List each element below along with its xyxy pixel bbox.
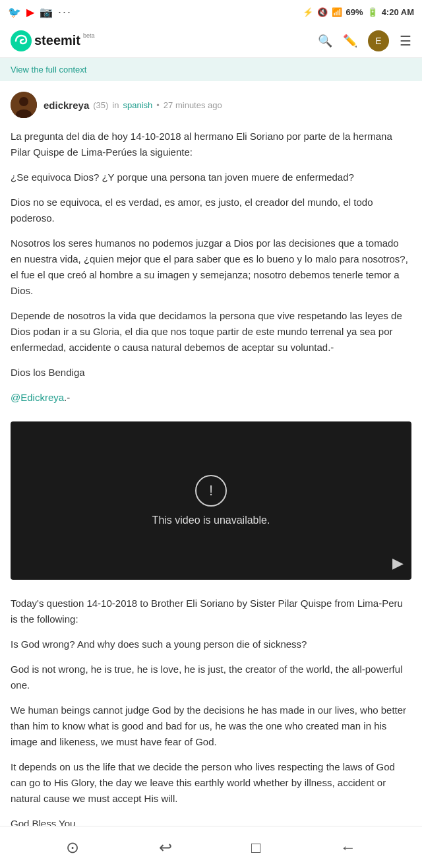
view-context-bar[interactable]: View the full context <box>0 58 422 81</box>
video-error-icon: ! <box>195 475 227 507</box>
search-icon[interactable]: 🔍 <box>318 34 332 48</box>
video-container[interactable]: ! This video is unavailable. ▶ <box>11 421 411 580</box>
english-para-2: Is God wrong? And why does such a young … <box>11 636 411 652</box>
avatar[interactable]: E <box>368 30 389 51</box>
avatar-image <box>11 92 37 118</box>
edit-icon[interactable]: ✏️ <box>343 34 357 48</box>
status-right: ⚡ 🔇 📶 69% 🔋 4:20 AM <box>303 7 414 17</box>
english-para-4: We human beings cannot judge God by the … <box>11 702 411 750</box>
time: 4:20 AM <box>382 7 414 17</box>
english-para-5: It depends on us the life that we decide… <box>11 759 411 807</box>
nav-right: 🔍 ✏️ E ☰ <box>318 30 411 51</box>
meta-tag[interactable]: spanish <box>123 100 152 110</box>
logo-area[interactable]: steemit beta <box>11 30 95 51</box>
android-recents-icon[interactable]: ↩ <box>159 838 172 857</box>
youtube-watermark-icon: ▶ <box>392 555 404 572</box>
meta-sep: • <box>156 100 160 110</box>
beta-badge: beta <box>83 32 95 39</box>
spanish-mention-link[interactable]: @Edickreya <box>11 392 64 403</box>
spanish-para-4: Nosotros los seres humanos no podemos ju… <box>11 235 411 299</box>
spanish-para-1: La pregunta del dia de hoy 14-10-2018 al… <box>11 129 411 160</box>
post-meta: edickreya (35) in spanish • 27 minutes a… <box>44 100 222 111</box>
svg-point-2 <box>19 97 28 106</box>
android-square-icon[interactable]: □ <box>251 838 261 857</box>
android-back-icon[interactable]: ← <box>340 838 356 857</box>
video-unavailable-overlay: ! This video is unavailable. <box>152 475 270 526</box>
author-rep: (35) <box>93 100 108 110</box>
hamburger-menu-icon[interactable]: ☰ <box>400 33 411 49</box>
more-apps-icon: ··· <box>58 5 72 19</box>
status-bar: 🐦 ▶ 📷 ··· ⚡ 🔇 📶 69% 🔋 4:20 AM <box>0 0 422 24</box>
english-para-3: God is not wrong, he is true, he is love… <box>11 662 411 693</box>
meta-time: 27 minutes ago <box>164 100 222 110</box>
volume-icon: 🔇 <box>317 7 328 17</box>
english-para-1: Today's question 14-10-2018 to Brother E… <box>11 596 411 627</box>
android-nav-bar: ⊙ ↩ □ ← <box>0 826 422 868</box>
android-home-icon[interactable]: ⊙ <box>66 838 79 857</box>
spanish-para-6: Dios los Bendiga <box>11 365 411 381</box>
steemit-logo-icon <box>11 30 32 51</box>
spanish-mention: @Edickreya.- <box>11 390 411 406</box>
spanish-para-5: Depende de nosotros la vida que decidamo… <box>11 308 411 356</box>
battery-percent: 69% <box>346 7 363 17</box>
wifi-icon: 📶 <box>332 7 342 17</box>
spanish-mention-suffix: .- <box>64 392 70 403</box>
content-area: View the full context edickreya (35) in … <box>0 58 422 868</box>
instagram-icon: 📷 <box>40 6 53 18</box>
video-unavailable-text: This video is unavailable. <box>152 514 270 526</box>
battery-icon: 🔋 <box>367 7 378 17</box>
youtube-icon: ▶ <box>26 6 34 18</box>
meta-in: in <box>112 100 119 110</box>
spanish-para-2: ¿Se equivoca Dios? ¿Y porque una persona… <box>11 170 411 185</box>
charge-icon: ⚡ <box>303 7 313 17</box>
post-header: edickreya (35) in spanish • 27 minutes a… <box>0 81 422 123</box>
post-avatar[interactable] <box>11 92 37 118</box>
top-nav: steemit beta 🔍 ✏️ E ☰ <box>0 24 422 58</box>
spanish-para-3: Dios no se equivoca, el es verdad, es am… <box>11 195 411 226</box>
status-left: 🐦 ▶ 📷 ··· <box>8 5 72 19</box>
post-spanish-body: La pregunta del dia de hoy 14-10-2018 al… <box>0 123 422 416</box>
twitter-icon: 🐦 <box>8 6 21 18</box>
logo-text: steemit <box>34 33 80 48</box>
view-context-label: View the full context <box>11 65 86 75</box>
author-name[interactable]: edickreya <box>44 100 89 111</box>
